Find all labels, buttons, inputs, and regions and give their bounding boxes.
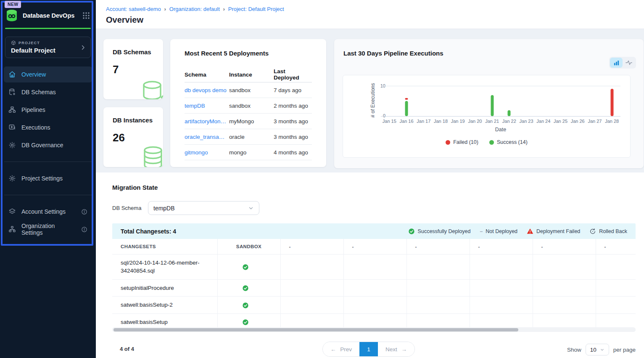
changesets-table: CHANGESETSSANDBOX------ sql/2024-10-14-1… bbox=[112, 239, 636, 331]
x-tick: Jan 15 bbox=[383, 119, 396, 124]
empty-status-cell bbox=[343, 254, 406, 279]
sidebar-item-db-governance[interactable]: DB Governance bbox=[4, 137, 92, 153]
changesets-summary-bar: Total Changesets: 4 Successfully Deploye… bbox=[112, 223, 636, 239]
deployment-row: tempDBsandbox2 months ago bbox=[185, 98, 312, 114]
next-page-button[interactable]: Next → bbox=[378, 342, 414, 356]
last-deployed-cell: 7 days ago bbox=[274, 87, 312, 93]
x-tick: Jan 28 bbox=[605, 119, 619, 124]
current-page-button[interactable]: 1 bbox=[359, 342, 378, 356]
chevron-down-icon bbox=[600, 347, 604, 352]
schema-link[interactable]: tempDB bbox=[185, 103, 229, 109]
per-page-control: Show 10 per page bbox=[567, 344, 636, 355]
card-title: DB Schemas bbox=[113, 48, 154, 56]
bar-plot bbox=[381, 86, 620, 116]
bar-success-jan-16[interactable] bbox=[405, 101, 408, 116]
per-page-label: per page bbox=[613, 347, 636, 353]
sidebar-item-project-settings[interactable]: Project Settings bbox=[4, 170, 92, 186]
database-stack-icon bbox=[140, 145, 163, 167]
sidebar-divider bbox=[4, 195, 92, 195]
sidebar-divider bbox=[4, 162, 92, 162]
status-legend-rolled-back: Rolled Back bbox=[589, 228, 627, 235]
x-axis-ticks: Jan 15Jan 16Jan 17Jan 18Jan 19Jan 20Jan … bbox=[381, 119, 620, 125]
instance-cell: oracle bbox=[229, 134, 274, 140]
bar-success-jan-22[interactable] bbox=[508, 110, 511, 116]
chart-title: Last 30 Days Pipeline Executions bbox=[343, 50, 634, 57]
home-icon bbox=[8, 71, 16, 78]
schema-link[interactable]: gitmongo bbox=[185, 149, 229, 156]
x-tick: Jan 19 bbox=[451, 119, 465, 124]
sandbox-status-cell bbox=[217, 297, 280, 314]
bar-success-jan-21[interactable] bbox=[491, 95, 494, 116]
empty-status-cell bbox=[470, 297, 533, 314]
status-legend-label: Not Deployed bbox=[486, 228, 517, 234]
breadcrumb-link-2[interactable]: Project: Default Project bbox=[228, 6, 284, 12]
changeset-name: setupInitialProcedure bbox=[112, 279, 217, 297]
breadcrumb: Account: satwell-demo›Organization: defa… bbox=[106, 6, 284, 12]
status-legend-successfully-deployed: Successfully Deployed bbox=[408, 228, 471, 235]
horizontal-scrollbar-thumb[interactable] bbox=[113, 328, 518, 331]
cube-icon bbox=[11, 40, 16, 45]
changeset-row: sql/2024-10-14-12-06-member-34240854.sql bbox=[112, 254, 636, 279]
last-deployed-cell: 2 months ago bbox=[274, 103, 312, 109]
instance-cell: sandbox bbox=[229, 103, 274, 109]
empty-status-cell bbox=[533, 279, 596, 297]
info-icon[interactable] bbox=[81, 226, 87, 233]
changesets-column-header: - bbox=[470, 239, 533, 254]
check-circle-icon bbox=[242, 319, 249, 326]
pipeline-executions-card: Last 30 Days Pipeline Executions # of Ex… bbox=[334, 39, 644, 168]
bar-failed-jan-28[interactable] bbox=[610, 89, 613, 116]
sidebar-item-label: Executions bbox=[21, 124, 50, 131]
apps-grid-icon[interactable] bbox=[82, 12, 90, 19]
chevron-down-icon bbox=[248, 205, 254, 211]
changesets-column-header: SANDBOX bbox=[217, 239, 280, 254]
schema-link[interactable]: db devops demo bbox=[185, 87, 229, 93]
bar-failed-jan-16[interactable] bbox=[405, 98, 408, 100]
empty-status-cell bbox=[596, 279, 636, 297]
project-selector[interactable]: PROJECT Default Project bbox=[5, 37, 91, 58]
empty-status-cell bbox=[470, 279, 533, 297]
x-tick: Jan 22 bbox=[502, 119, 516, 124]
changeset-name: sql/2024-10-14-12-06-member-34240854.sql bbox=[112, 254, 217, 279]
check-circle-icon bbox=[408, 228, 415, 235]
x-tick: Jan 24 bbox=[536, 119, 550, 124]
dash-icon: – bbox=[480, 228, 483, 234]
changeset-row: setupInitialProcedure bbox=[112, 279, 636, 297]
sidebar-item-executions[interactable]: Executions bbox=[4, 119, 92, 135]
brand-divider bbox=[5, 28, 91, 29]
sidebar-item-db-schemas[interactable]: DB Schemas bbox=[4, 84, 92, 100]
breadcrumb-link-0[interactable]: Account: satwell-demo bbox=[106, 6, 161, 12]
db-instances-count: 26 bbox=[113, 131, 154, 144]
sidebar-item-account-settings[interactable]: Account Settings bbox=[4, 204, 92, 220]
card-title: DB Instances bbox=[113, 117, 154, 124]
per-page-select[interactable]: 10 bbox=[586, 344, 609, 355]
pagination-summary: 4 of 4 bbox=[120, 346, 134, 352]
x-tick: Jan 27 bbox=[588, 119, 602, 124]
chart-type-toggle bbox=[609, 57, 636, 69]
schema-link[interactable]: artifactoryMongo bbox=[185, 118, 229, 125]
db-schema-select[interactable]: tempDB bbox=[148, 201, 259, 215]
x-tick: Jan 16 bbox=[400, 119, 414, 124]
empty-status-cell bbox=[406, 254, 470, 279]
empty-status-cell bbox=[596, 254, 636, 279]
check-circle-icon bbox=[242, 285, 249, 292]
info-icon[interactable] bbox=[81, 209, 87, 215]
chart-type-bar-button[interactable] bbox=[610, 58, 623, 68]
legend-dot bbox=[489, 140, 494, 145]
sidebar-item-pipelines[interactable]: Pipelines bbox=[4, 102, 92, 118]
status-legend-not-deployed: –Not Deployed bbox=[480, 228, 517, 235]
sidebar-nav-group: Project Settings bbox=[0, 170, 96, 186]
prev-page-button[interactable]: ← Prev bbox=[323, 342, 359, 356]
sidebar-item-overview[interactable]: Overview bbox=[4, 66, 92, 82]
database-icon bbox=[140, 79, 163, 99]
empty-status-cell bbox=[406, 297, 470, 314]
schema-link[interactable]: oracle_transact... bbox=[185, 134, 229, 140]
sidebar-item-organization-settings[interactable]: Organization Settings bbox=[4, 221, 92, 237]
changesets-column-header: - bbox=[533, 239, 596, 254]
legend-label: Failed (10) bbox=[453, 139, 478, 145]
gear-icon bbox=[8, 141, 16, 149]
chart-type-line-button[interactable] bbox=[623, 58, 635, 68]
breadcrumb-link-1[interactable]: Organization: default bbox=[169, 6, 220, 12]
empty-status-cell bbox=[470, 254, 533, 279]
horizontal-scrollbar-track[interactable] bbox=[112, 327, 636, 332]
breadcrumb-separator: › bbox=[164, 6, 166, 12]
